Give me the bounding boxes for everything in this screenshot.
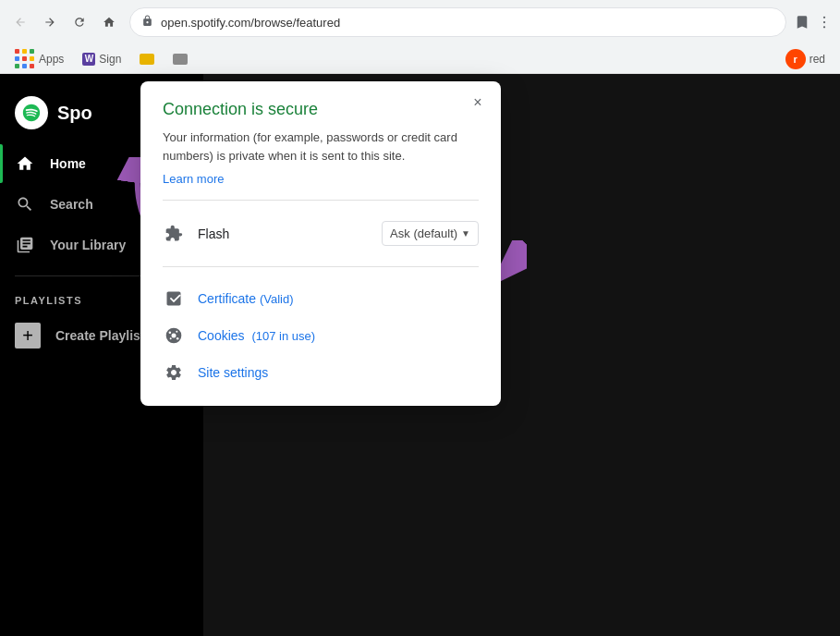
- sidebar-home-label: Home: [50, 156, 86, 171]
- popup-cookies-left: Cookies (107 in use): [163, 324, 315, 347]
- popup-site-settings-row[interactable]: Site settings: [163, 354, 479, 391]
- bookmark-sign-label: Sign: [99, 53, 121, 66]
- svg-point-0: [823, 17, 825, 18]
- svg-point-16: [170, 337, 172, 339]
- certificate-label: Certificate (Valid): [198, 291, 294, 306]
- flash-value: Ask (default): [390, 226, 457, 240]
- browser-toolbar: open.spotify.com/browse/featured: [0, 0, 840, 44]
- popup-description: Your information (for example, passwords…: [163, 128, 479, 165]
- popup-flash-left: Flash: [163, 223, 229, 245]
- popup-divider: [163, 200, 479, 201]
- bookmark-apps-label: Apps: [39, 53, 64, 66]
- certificate-icon: [163, 287, 185, 310]
- popup-divider-2: [163, 266, 479, 267]
- sidebar-library-label: Your Library: [50, 238, 126, 252]
- chevron-down-icon: ▼: [461, 228, 470, 238]
- url-text: open.spotify.com/browse/featured: [161, 16, 774, 30]
- certificate-status: (Valid): [260, 292, 294, 306]
- fav-icon-yellow: [140, 54, 154, 65]
- fav-icon-gray: [173, 54, 188, 65]
- home-icon: [15, 153, 35, 174]
- bookmark-sign[interactable]: W Sign: [75, 50, 128, 68]
- cookies-icon: [163, 324, 185, 347]
- popup-close-button[interactable]: ×: [468, 92, 488, 113]
- bookmarks-bar: Apps W Sign r red: [0, 44, 840, 74]
- plus-icon: +: [15, 323, 41, 349]
- spotify-logo-icon: [15, 96, 48, 129]
- lock-icon: [141, 15, 153, 30]
- bookmark-fav1[interactable]: [132, 51, 162, 67]
- popup-site-settings-left: Site settings: [163, 361, 268, 384]
- learn-more-link[interactable]: Learn more: [163, 172, 224, 186]
- browser-right-icons: [794, 14, 833, 31]
- bookmark-reddit[interactable]: r red: [778, 46, 833, 72]
- cookies-count: (107 in use): [251, 329, 315, 343]
- popup-title: Connection is secure: [163, 100, 479, 119]
- cookies-label: Cookies (107 in use): [198, 328, 315, 343]
- reload-button[interactable]: [67, 9, 92, 35]
- site-settings-label: Site settings: [198, 365, 268, 380]
- svg-point-13: [169, 331, 172, 334]
- home-button[interactable]: [96, 9, 122, 35]
- popup-certificate-left: Certificate (Valid): [163, 287, 294, 310]
- svg-point-1: [823, 21, 825, 23]
- reddit-icon: r: [785, 49, 806, 69]
- bookmark-reddit-label: red: [810, 53, 825, 66]
- flash-icon: [163, 223, 185, 245]
- site-settings-icon: [163, 361, 185, 384]
- nav-buttons: [7, 9, 122, 35]
- back-button[interactable]: [7, 9, 33, 35]
- popup-certificate-row[interactable]: Certificate (Valid): [163, 280, 479, 317]
- flash-label: Flash: [198, 226, 229, 241]
- bookmark-apps[interactable]: Apps: [7, 46, 71, 72]
- flash-dropdown-button[interactable]: Ask (default) ▼: [382, 221, 479, 246]
- search-icon: [15, 194, 35, 214]
- spotify-name: Spotify: [57, 103, 120, 124]
- main-content: Spotify Home Search Your Library: [0, 74, 840, 636]
- forward-button[interactable]: [37, 9, 63, 35]
- browser-chrome: open.spotify.com/browse/featured Apps: [0, 0, 840, 74]
- popup-cookies-row[interactable]: Cookies (107 in use): [163, 317, 479, 354]
- address-bar[interactable]: open.spotify.com/browse/featured: [129, 7, 786, 37]
- library-icon: [15, 235, 35, 255]
- security-popup: × Connection is secure Your information …: [140, 81, 501, 406]
- create-playlist-label: Create Playlist: [55, 328, 145, 343]
- sidebar-search-label: Search: [50, 197, 93, 212]
- svg-point-14: [176, 331, 177, 333]
- w-icon: W: [82, 53, 95, 66]
- svg-point-15: [177, 337, 179, 340]
- apps-grid-icon: [15, 49, 35, 69]
- popup-flash-row[interactable]: Flash Ask (default) ▼: [163, 214, 479, 253]
- svg-point-2: [823, 26, 825, 28]
- svg-point-12: [172, 334, 177, 338]
- bookmark-fav2[interactable]: [165, 51, 195, 67]
